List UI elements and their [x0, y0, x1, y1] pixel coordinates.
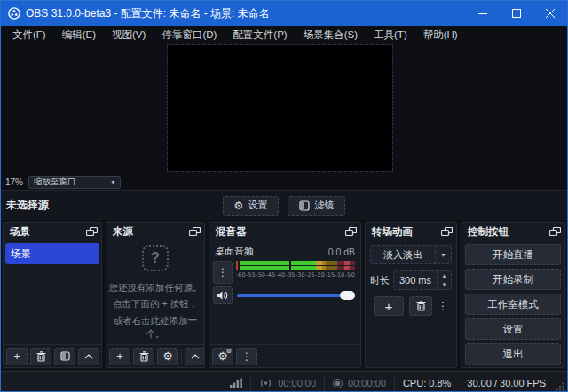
- studio-mode-button[interactable]: 工作室模式: [465, 294, 561, 315]
- pop-out-icon[interactable]: [345, 227, 357, 237]
- menu-view[interactable]: 视图(V): [104, 26, 154, 43]
- mute-button[interactable]: [213, 286, 233, 304]
- empty-hint-line: 您还没有添加任何源。: [109, 281, 202, 294]
- speaker-icon: [217, 290, 229, 301]
- settings-button[interactable]: 设置: [465, 318, 561, 340]
- obs-logo-icon: [8, 7, 20, 20]
- record-time: 00:00:00: [348, 378, 386, 388]
- menu-bar: 文件(F) 编辑(E) 视图(V) 停靠窗口(D) 配置文件(P) 场景集合(S…: [1, 26, 567, 43]
- sources-list[interactable]: ? 您还没有添加任何源。 点击下面的 + 按钮， 或者右击此处添加一个。: [106, 241, 204, 344]
- properties-button[interactable]: ⚙ 设置: [223, 196, 280, 216]
- cpu-usage: CPU: 0.8%: [395, 376, 459, 390]
- scale-mode-value: 缩放至窗口: [29, 176, 106, 188]
- spin-up-button[interactable]: ▲: [438, 271, 451, 280]
- meter-bar-right: [240, 266, 355, 270]
- meter-scale: -60-55 -50-45 -40-35 -30-25 -20-15 -10-5…: [236, 270, 355, 278]
- signal-bars-icon: [230, 378, 242, 388]
- audio-config-button[interactable]: ⋮: [213, 261, 233, 284]
- scene-filters-button[interactable]: [54, 348, 75, 365]
- filter-icon: [60, 351, 70, 361]
- record-timer: 00:00:00: [325, 376, 394, 390]
- chevron-down-icon: ▼: [106, 179, 120, 185]
- duration-value: 300 ms: [394, 275, 437, 286]
- volume-slider[interactable]: [237, 290, 355, 301]
- exit-button[interactable]: 退出: [465, 343, 561, 365]
- vertical-dots-icon: ⋮: [217, 266, 228, 278]
- properties-label: 设置: [248, 199, 267, 212]
- slider-track: [237, 294, 355, 297]
- remove-scene-button[interactable]: [30, 348, 51, 365]
- filters-label: 滤镜: [314, 199, 334, 212]
- scale-mode-select[interactable]: 缩放至窗口 ▼: [28, 176, 121, 189]
- scenes-panel: 场景 场景 +: [3, 222, 102, 368]
- zoom-level: 17%: [5, 177, 23, 187]
- volume-meter: -60-55 -50-45 -40-35 -30-25 -20-15 -10-5…: [236, 261, 355, 284]
- preview-canvas[interactable]: [168, 45, 392, 171]
- db-value: 0.0 dB: [328, 247, 355, 257]
- move-scene-up-button[interactable]: [78, 348, 99, 365]
- audio-source-name: 桌面音频: [215, 245, 254, 258]
- remove-transition-button[interactable]: [409, 296, 432, 316]
- no-source-label: 未选择源: [6, 198, 49, 213]
- pop-out-icon[interactable]: [549, 227, 561, 237]
- menu-docks[interactable]: 停靠窗口(D): [154, 26, 225, 43]
- menu-scene-collection[interactable]: 场景集合(S): [296, 26, 366, 43]
- menu-help[interactable]: 帮助(H): [415, 26, 466, 43]
- filters-button[interactable]: 滤镜: [288, 196, 345, 216]
- empty-hint-line: 或者右击此处添加一个。: [106, 314, 204, 341]
- meter-bar-left: [240, 261, 355, 265]
- menu-edit[interactable]: 编辑(E): [54, 26, 104, 43]
- add-scene-button[interactable]: +: [6, 348, 28, 365]
- preview-scale-row: 17% 缩放至窗口 ▼: [1, 175, 567, 190]
- spin-down-button[interactable]: ▼: [438, 280, 451, 289]
- scenes-title: 场景: [10, 225, 30, 239]
- add-transition-button[interactable]: +: [374, 296, 404, 316]
- trash-icon: [139, 351, 149, 362]
- chevron-up-icon: [191, 354, 200, 359]
- network-status: [222, 376, 250, 390]
- controls-panel: 控制按钮 开始直播 开始录制 工作室模式 设置 退出: [461, 222, 565, 368]
- menu-profile[interactable]: 配置文件(P): [225, 26, 295, 43]
- resize-grip[interactable]: [556, 382, 564, 391]
- transition-more-button[interactable]: ⋮: [438, 300, 448, 312]
- remove-source-button[interactable]: [133, 348, 154, 365]
- duration-label: 时长: [370, 274, 390, 287]
- scene-list-item[interactable]: 场景: [5, 243, 99, 264]
- menu-tools[interactable]: 工具(T): [366, 26, 415, 43]
- transitions-panel: 转场动画 淡入淡出 ▼ 时长 300 ms ▲ ▼: [365, 222, 457, 368]
- scenes-toolbar: +: [4, 344, 101, 367]
- mixer-more-button[interactable]: ⋮: [236, 348, 257, 365]
- gear-icon: ⚙: [162, 349, 173, 363]
- start-streaming-button[interactable]: 开始直播: [465, 244, 561, 265]
- controls-body: 开始直播 开始录制 工作室模式 设置 退出: [462, 241, 564, 367]
- transition-value: 淡入淡出: [371, 248, 435, 262]
- pop-out-icon[interactable]: [441, 227, 453, 237]
- start-recording-button[interactable]: 开始录制: [465, 269, 561, 290]
- transition-select[interactable]: 淡入淡出 ▼: [370, 245, 452, 264]
- add-source-button[interactable]: +: [109, 348, 130, 365]
- title-bar[interactable]: OBS 31.0.0-beta3 - 配置文件: 未命名 - 场景: 未命名: [1, 1, 567, 26]
- sources-title: 来源: [113, 225, 133, 239]
- pop-out-icon[interactable]: [189, 227, 201, 237]
- status-bar: 00:00:00 00:00:00 CPU: 0.8% 30.00 / 30.0…: [1, 371, 567, 392]
- minimize-button[interactable]: [466, 1, 500, 26]
- pop-out-icon[interactable]: [86, 227, 98, 237]
- mixer-title: 混音器: [216, 225, 247, 239]
- question-mark-icon: ?: [142, 245, 169, 271]
- maximize-button[interactable]: [500, 1, 533, 26]
- toolbar-separator: [181, 349, 182, 364]
- sources-toolbar: + ⚙ ⋮: [106, 344, 204, 367]
- move-source-up-button[interactable]: [185, 348, 204, 365]
- obs-window: OBS 31.0.0-beta3 - 配置文件: 未命名 - 场景: 未命名 文…: [0, 0, 568, 392]
- mixer-body: 桌面音频 0.0 dB ⋮: [209, 241, 360, 344]
- menu-file[interactable]: 文件(F): [4, 26, 54, 43]
- close-button[interactable]: [533, 1, 567, 26]
- gear-icon: ⚙: [234, 200, 244, 211]
- fps-indicator: 30.00 / 30.00 FPS: [459, 376, 554, 390]
- duration-spinbox[interactable]: 300 ms ▲ ▼: [393, 270, 452, 290]
- source-properties-button[interactable]: ⚙: [157, 348, 178, 365]
- advanced-audio-button[interactable]: ⚙ ⚙: [212, 348, 233, 365]
- slider-handle[interactable]: [340, 291, 355, 300]
- mixer-toolbar: ⚙ ⚙ ⋮: [209, 344, 360, 367]
- small-gear-icon: ⚙: [226, 348, 232, 355]
